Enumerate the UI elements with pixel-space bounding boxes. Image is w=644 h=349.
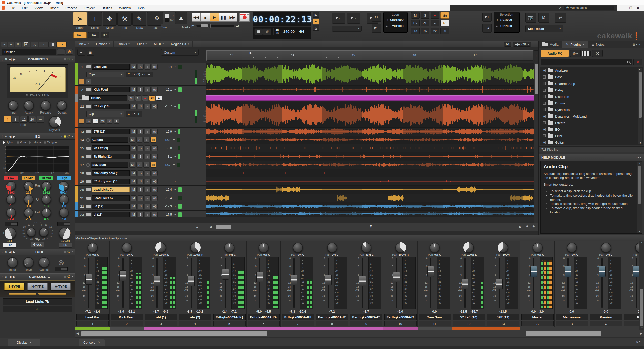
browser-tab-icons[interactable]: ⧉ ▾ »: [629, 41, 644, 48]
menu-window[interactable]: Window: [116, 6, 134, 10]
tabbar-icons[interactable]: ⧉ ▾: [636, 340, 640, 343]
input-echo-button[interactable]: ◉))): [152, 187, 158, 192]
tube-output-knob[interactable]: [39, 257, 49, 268]
console-menu-bus[interactable]: Bus▾: [108, 236, 114, 240]
volume-fader[interactable]: [567, 258, 569, 308]
clips-dropdown[interactable]: Clips▾: [86, 111, 124, 117]
prev-icon[interactable]: ◀: [9, 275, 11, 279]
tv-menu-view[interactable]: View▾: [75, 41, 92, 47]
record-arm-button[interactable]: ●: [145, 64, 151, 70]
2x-button[interactable]: 2x: [431, 28, 439, 34]
folder-analyzer[interactable]: +Analyzer: [540, 67, 643, 74]
loop-ruler-icon[interactable]: ◤⌶: [372, 24, 381, 33]
release-knob[interactable]: [41, 100, 51, 110]
track-name[interactable]: 57R (12): [92, 129, 130, 134]
mute-button[interactable]: M: [131, 187, 137, 192]
ratio-∞-button[interactable]: ∞: [37, 116, 44, 123]
fader-thumb[interactable]: [393, 272, 400, 282]
compressor-power[interactable]: ⏻: [68, 57, 70, 61]
pan-knob[interactable]: [88, 243, 98, 253]
pan-knob[interactable]: [156, 243, 166, 253]
audio-clip[interactable]: [206, 136, 534, 144]
track-header[interactable]: 22d6 (17)MS●◉)))-17.3⏷: [75, 202, 206, 210]
record-arm-button[interactable]: ●: [145, 187, 151, 192]
expand-chevron-icon[interactable]: ⏷: [172, 163, 176, 166]
hp-slope-knob[interactable]: [27, 228, 36, 237]
track-name[interactable]: sm7 durty solo (': [92, 170, 130, 176]
snap-grid-icon[interactable]: ⊕: [151, 12, 163, 24]
scroll-left-icon[interactable]: ◀: [76, 332, 79, 335]
mute-button[interactable]: M: [131, 195, 137, 201]
clip-lane[interactable]: [206, 136, 538, 144]
mute-button[interactable]: M: [128, 95, 134, 101]
solo-button[interactable]: S: [138, 212, 144, 217]
volume-fader[interactable]: [328, 258, 329, 308]
eq-mode-hybrid[interactable]: Hybrid: [3, 141, 14, 144]
mute-button[interactable]: M: [131, 64, 137, 70]
clip-lane[interactable]: [206, 169, 538, 177]
volume-value[interactable]: -8.7: [153, 309, 159, 313]
eq-lvl-knob[interactable]: [24, 208, 33, 217]
punch-out-icon[interactable]: ◤→: [347, 13, 360, 24]
consolec-module-header[interactable]: ⣿⊛ ◀▶ CONSOLE-C ⏻ ⏷: [0, 273, 75, 280]
track-header[interactable]: 14➔GuitarsMS●◉)))-13.1⏷: [75, 136, 206, 144]
clip-lane[interactable]: [206, 102, 538, 127]
duplicate-track-button[interactable]: ⊞: [87, 49, 94, 56]
automation-a-button[interactable]: A: [114, 119, 119, 124]
track-header[interactable]: 1957 durty solo (14MS●◉)))⏷: [75, 177, 206, 185]
tube-power[interactable]: ⏻: [68, 250, 70, 254]
record-arm-button[interactable]: ●: [145, 145, 151, 151]
tube-led[interactable]: [64, 251, 66, 253]
solo-button[interactable]: S: [138, 187, 144, 192]
menu-utilities[interactable]: Utilities: [98, 6, 116, 10]
clip-lane[interactable]: [206, 63, 538, 85]
record-dot-icon[interactable]: ●: [313, 19, 319, 24]
volume-value[interactable]: -7.3: [289, 309, 295, 313]
mute-button[interactable]: M: [131, 179, 137, 184]
eq-flyout-icon[interactable]: »: [60, 135, 62, 138]
volume-fader[interactable]: [259, 258, 260, 308]
folder-dynamics-multiband[interactable]: +Dynamics - Multiband: [540, 113, 643, 120]
snap-to-toggle[interactable]: [165, 14, 169, 18]
prev-icon[interactable]: ◀: [9, 135, 11, 138]
rewire-icon[interactable]: ⤨: [592, 50, 603, 57]
play-list-icon[interactable]: ▶: [313, 12, 319, 18]
folder-effects[interactable]: +Effects: [540, 120, 643, 126]
track-name[interactable]: Lead Vox: [92, 64, 130, 70]
clip-lane[interactable]: [206, 194, 538, 202]
splitter-handle[interactable]: ⬍: [369, 224, 373, 229]
automation-✳-button[interactable]: ✳: [107, 119, 112, 124]
track-header[interactable]: +DrumsMS●◉)))A⏷: [75, 94, 206, 102]
clip-tab-icon[interactable]: ᭥: [39, 42, 49, 47]
folder-bass[interactable]: +Bass: [540, 74, 643, 80]
pan-knob[interactable]: [395, 243, 406, 253]
instruments-icon[interactable]: [582, 51, 591, 56]
markers-icon[interactable]: ⛰: [175, 12, 187, 24]
go-end-icon[interactable]: ⏭: [236, 24, 239, 28]
high-shelf-toggle[interactable]: [57, 222, 70, 226]
hp-freq-knob[interactable]: [5, 228, 16, 239]
eq-q-knob[interactable]: [6, 195, 16, 204]
volume-fader[interactable]: [533, 258, 534, 308]
record-arm-button[interactable]: ●: [143, 137, 149, 143]
volume-fader[interactable]: [464, 258, 466, 308]
folder-filter[interactable]: +Filter: [540, 133, 643, 139]
folder-eq[interactable]: +EQ: [540, 126, 643, 133]
audio-clip[interactable]: [206, 144, 534, 152]
solo-button[interactable]: S: [138, 87, 144, 92]
tube-module-header[interactable]: ⣿⊛ ◀▶ TUBE ⏻ ⏷: [0, 249, 75, 255]
mute-button[interactable]: M: [131, 154, 137, 159]
eq-mode-pure[interactable]: Pure: [17, 141, 26, 144]
mute-button[interactable]: M: [411, 12, 420, 19]
play-button[interactable]: ▶: [210, 13, 219, 22]
lp-button[interactable]: LP: [59, 243, 72, 248]
read-automation-button[interactable]: R!: [440, 20, 449, 26]
input-echo-button[interactable]: ◉))): [152, 129, 158, 134]
track-header[interactable]: 157b Left (9)MS●◉)))-6.8⏷: [75, 144, 206, 152]
automation-w-button[interactable]: W: [100, 119, 105, 124]
prochannel-preset-field[interactable]: Untitled: [2, 49, 56, 55]
eq-lvl-knob[interactable]: [42, 208, 51, 217]
zoom-out-icon[interactable]: ⊖: [526, 225, 528, 228]
fx-rack[interactable]: ⏻FX (2)▲▼＋: [126, 72, 153, 77]
audio-fx-button[interactable]: Audio FX: [541, 50, 569, 57]
